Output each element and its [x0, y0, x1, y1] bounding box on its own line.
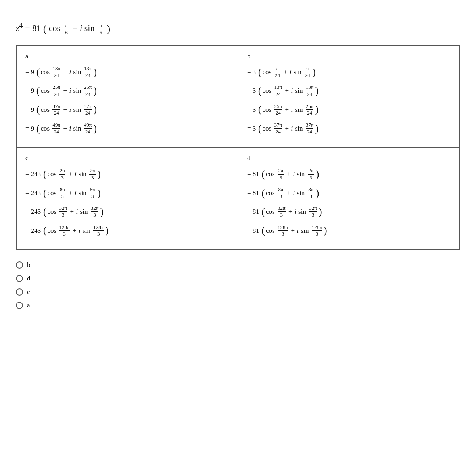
- math-line: = 243 (cos 32π3 + i sin 32π3): [25, 204, 229, 219]
- answer-grid: a. = 9 (cos 13π24 + i sin 13π24)= 9 (cos…: [16, 45, 460, 250]
- math-line: = 243 (cos 128π3 + i sin 128π3): [25, 223, 229, 238]
- radio-circle-c[interactable]: [16, 288, 23, 296]
- math-line: = 81 (cos 8π3 + i sin 8π3): [247, 186, 451, 200]
- math-line: = 3 (cos 25π24 + i sin 25π24): [247, 102, 451, 117]
- main-equation: z4 = 81 ( cos π 6 + i sin π 6 ): [16, 19, 460, 36]
- radio-label-a: a: [27, 302, 30, 309]
- math-line: = 243 (cos 2π3 + i sin 2π3): [25, 167, 229, 181]
- cell-d-label: d.: [247, 155, 451, 162]
- math-line: = 3 (cos π24 + i sin π24): [247, 65, 451, 79]
- math-line: = 9 (cos 49π24 + i sin 49π24): [25, 121, 229, 136]
- radio-label-b: b: [27, 261, 31, 269]
- radio-option-a[interactable]: a: [16, 302, 460, 309]
- radio-label-d: d: [27, 275, 31, 282]
- radio-label-c: c: [27, 288, 30, 296]
- math-line: = 81 (cos 32π3 + i sin 32π3): [247, 204, 451, 219]
- radio-circle-a[interactable]: [16, 302, 23, 309]
- math-line: = 9 (cos 25π24 + i sin 25π24): [25, 83, 229, 98]
- radio-option-c[interactable]: c: [16, 288, 460, 296]
- math-line: = 81 (cos 2π3 + i sin 2π3): [247, 167, 451, 181]
- cell-a-label: a.: [25, 53, 229, 60]
- math-line: = 9 (cos 13π24 + i sin 13π24): [25, 65, 229, 79]
- answer-options: bdca: [16, 261, 460, 309]
- cell-d: d. = 81 (cos 2π3 + i sin 2π3)= 81 (cos 8…: [238, 147, 460, 250]
- cell-a: a. = 9 (cos 13π24 + i sin 13π24)= 9 (cos…: [16, 45, 238, 148]
- math-line: = 81 (cos 128π3 + i sin 128π3): [247, 223, 451, 238]
- cell-c: c. = 243 (cos 2π3 + i sin 2π3)= 243 (cos…: [16, 147, 238, 250]
- radio-circle-d[interactable]: [16, 275, 23, 282]
- cell-c-label: c.: [25, 155, 229, 162]
- math-line: = 3 (cos 13π24 + i sin 13π24): [247, 83, 451, 98]
- cell-b: b. = 3 (cos π24 + i sin π24)= 3 (cos 13π…: [238, 45, 460, 148]
- math-line: = 3 (cos 37π24 + i sin 37π24): [247, 121, 451, 136]
- radio-option-b[interactable]: b: [16, 261, 460, 269]
- radio-circle-b[interactable]: [16, 261, 23, 269]
- math-line: = 9 (cos 37π24 + i sin 37π24): [25, 102, 229, 117]
- radio-option-d[interactable]: d: [16, 275, 460, 282]
- cell-b-label: b.: [247, 53, 451, 60]
- math-line: = 243 (cos 8π3 + i sin 8π3): [25, 186, 229, 200]
